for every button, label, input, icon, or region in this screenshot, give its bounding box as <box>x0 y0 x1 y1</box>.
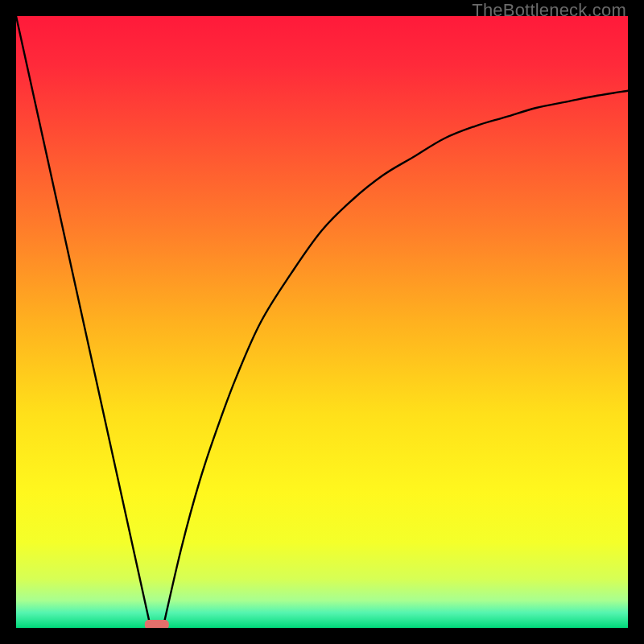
watermark-text: TheBottleneck.com <box>472 0 626 21</box>
bottleneck-chart <box>16 16 628 628</box>
chart-frame <box>16 16 628 628</box>
optimal-marker <box>145 620 169 628</box>
